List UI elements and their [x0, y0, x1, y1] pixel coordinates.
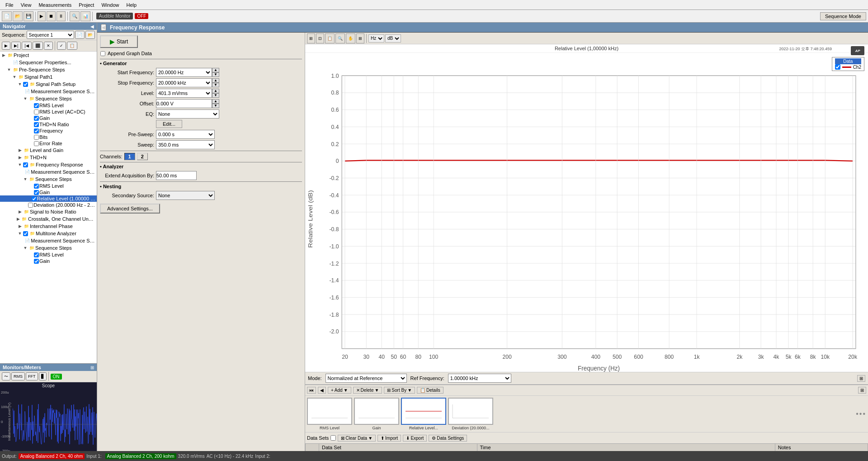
check-13[interactable] [34, 141, 39, 146]
check-30[interactable] [34, 259, 39, 264]
sweep-select[interactable]: 350.0 ms [156, 140, 215, 149]
offset-field[interactable] [156, 99, 212, 108]
collapse-btn[interactable]: ◀ [101, 24, 106, 31]
tree-item-26[interactable]: ▼📁Multitone Analyzer [0, 230, 97, 237]
tree-item-25[interactable]: ▶📁Interchannel Phase [0, 223, 97, 230]
new-seq-btn[interactable]: 📄 [75, 31, 85, 39]
chart-home-btn[interactable]: ⊞ [307, 33, 315, 43]
start-freq-select[interactable]: 20.0000 Hz [156, 68, 212, 77]
menu-view[interactable]: View [17, 1, 35, 9]
chart-pan-btn[interactable]: ✋ [346, 33, 355, 43]
check-4[interactable] [23, 82, 28, 87]
expand-24[interactable]: ▶ [16, 217, 21, 221]
tree-item-22[interactable]: Deviation (20.0000 Hz - 20.0000 k [0, 202, 97, 208]
stop-freq-up[interactable]: ▲ [212, 78, 219, 83]
save-btn[interactable]: 💾 [24, 11, 33, 21]
mon-rms-btn[interactable]: RMS [11, 372, 25, 380]
run-btn[interactable]: ▶ [38, 11, 46, 21]
edit-button[interactable]: Edit... [156, 120, 182, 128]
tree-item-8[interactable]: RMS Level (AC+DC) [0, 109, 97, 115]
tree-item-10[interactable]: THD+N Ratio [0, 121, 97, 128]
data-settings-btn[interactable]: ⚙ Data Settings [429, 435, 467, 442]
tree-item-20[interactable]: Gain [0, 189, 97, 195]
nav-check-btn[interactable]: ✓ [57, 42, 66, 50]
tree-item-16[interactable]: ▼📁Frequency Response [0, 161, 97, 168]
menu-file[interactable]: File [2, 1, 17, 9]
open-btn[interactable]: 📂 [13, 11, 23, 21]
check-16[interactable] [23, 162, 28, 167]
tree-item-18[interactable]: ▼📁Sequence Steps [0, 176, 97, 183]
menu-help[interactable]: Help [123, 1, 141, 9]
menu-window[interactable]: Window [98, 1, 123, 9]
offset-input[interactable]: ▲ ▼ [156, 99, 219, 108]
nav-prop-btn[interactable]: 📋 [67, 42, 77, 50]
tree-item-29[interactable]: RMS Level [0, 252, 97, 258]
eq-select[interactable]: None [156, 109, 219, 119]
open-seq-btn[interactable]: 📂 [85, 31, 95, 39]
stop-freq-down[interactable]: ▼ [212, 83, 219, 87]
zoom-btn[interactable]: 🔍 [70, 11, 80, 21]
chart-grid-btn[interactable]: ⊞ [356, 33, 364, 43]
expand-26[interactable]: ▼ [17, 231, 23, 236]
data-sets-checkbox[interactable] [330, 435, 336, 441]
check-26[interactable] [23, 231, 28, 236]
delete-button[interactable]: ✕ Delete ▼ [353, 387, 382, 394]
expand-18[interactable]: ▼ [23, 177, 28, 181]
tree-item-19[interactable]: RMS Level [0, 183, 97, 189]
append-checkbox[interactable] [100, 51, 105, 56]
check-7[interactable] [34, 103, 39, 108]
offset-up[interactable]: ▲ [212, 99, 219, 104]
check-10[interactable] [34, 122, 39, 127]
tree-item-30[interactable]: Gain [0, 258, 97, 264]
sequence-mode-button[interactable]: Sequence Mode [820, 12, 866, 20]
tree-item-23[interactable]: ▶📁Signal to Noise Ratio [0, 208, 97, 215]
level-input[interactable]: 401.3 mVrms ▲ ▼ [156, 89, 219, 98]
check-8[interactable] [34, 109, 39, 114]
expand-25[interactable]: ▶ [17, 224, 23, 228]
check-20[interactable] [34, 190, 39, 195]
tree-item-4[interactable]: ▼📁Signal Path Setup [0, 81, 97, 88]
x-unit-select[interactable]: XHz [368, 34, 384, 43]
secondary-select[interactable]: None [156, 191, 215, 200]
chart-copy-btn[interactable]: 📋 [325, 33, 335, 43]
thumb-rellevel-box[interactable] [401, 398, 446, 425]
monitors-popout[interactable]: ⊞ [90, 365, 94, 370]
tree-item-28[interactable]: ▼📁Sequence Steps [0, 244, 97, 252]
thumb-rms-box[interactable] [307, 398, 352, 425]
presweep-select[interactable]: 0.000 s [156, 130, 215, 139]
level-select[interactable]: 401.3 mVrms [156, 89, 212, 98]
start-freq-input[interactable]: 20.0000 Hz ▲ ▼ [156, 68, 219, 77]
expand-6[interactable]: ▼ [23, 96, 28, 101]
nav-cancel-btn[interactable]: ✕ [44, 42, 53, 50]
tree-item-21[interactable]: Relative Level (1.00000 kHz) [0, 195, 97, 202]
nav-step-btn[interactable]: ▶| [11, 42, 21, 50]
menu-measurements[interactable]: Measurements [35, 1, 75, 9]
clear-data-btn[interactable]: ⊠ Clear Data ▼ [338, 435, 376, 442]
tree-item-5[interactable]: 📄Measurement Sequence Settings... [0, 88, 97, 95]
check-22[interactable] [28, 203, 33, 208]
mon-wave-btn[interactable]: 〜 [2, 372, 10, 380]
thumb-deviation-box[interactable] [448, 398, 493, 425]
expand-3[interactable]: ▼ [12, 75, 17, 79]
check-21[interactable] [32, 196, 37, 201]
chart-fit-btn[interactable]: ⊡ [316, 33, 324, 43]
tree-item-9[interactable]: Gain [0, 115, 97, 121]
stop-freq-input[interactable]: 20.0000 kHz ▲ ▼ [156, 78, 219, 87]
expand-16[interactable]: ▼ [17, 162, 23, 167]
nav-back-btn[interactable]: |◀ [22, 42, 31, 50]
navigator-collapse[interactable]: ◀ [90, 24, 94, 29]
start-freq-up[interactable]: ▲ [212, 68, 219, 72]
thumb-gain-box[interactable] [354, 398, 399, 425]
level-up[interactable]: ▲ [212, 89, 219, 93]
pause-btn[interactable]: ⏸ [57, 11, 66, 21]
results-first-btn[interactable]: ⏮ [307, 387, 316, 394]
expand-14[interactable]: ▶ [17, 148, 23, 152]
tree-item-27[interactable]: 📄Measurement Sequence Settings... [0, 237, 97, 244]
sequence-select[interactable]: Sequence 1 [27, 31, 74, 39]
level-down[interactable]: ▼ [212, 93, 219, 98]
start-freq-down[interactable]: ▼ [212, 72, 219, 77]
check-9[interactable] [34, 116, 39, 121]
ch1-button[interactable]: 1 [124, 153, 135, 160]
check-12[interactable] [34, 135, 39, 140]
check-19[interactable] [34, 184, 39, 189]
